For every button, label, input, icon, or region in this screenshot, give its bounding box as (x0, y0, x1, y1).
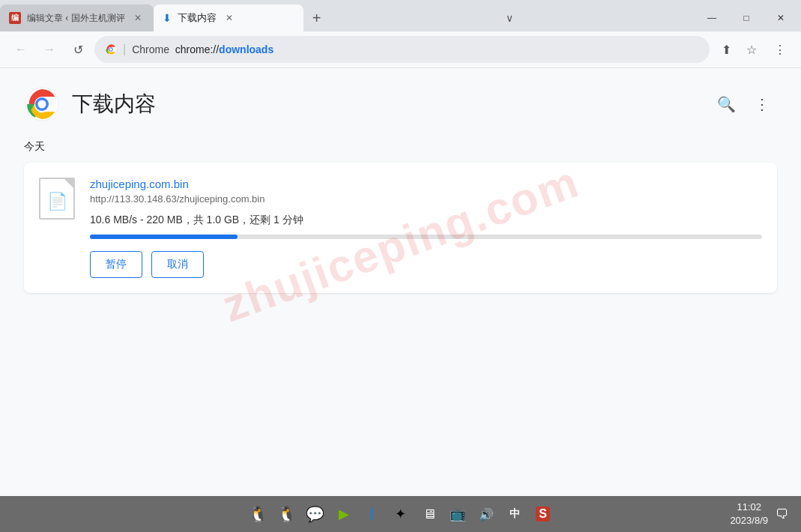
section-label: 今天 (24, 140, 777, 154)
taskbar-display[interactable]: 🖥 (419, 504, 440, 525)
address-separator: | (123, 43, 126, 56)
reload-button[interactable]: ↺ (66, 37, 90, 61)
monitor-icon: 📺 (450, 506, 466, 522)
clock: 11:02 2023/8/9 (730, 501, 768, 528)
taskbar-ime[interactable]: 中 (504, 504, 525, 525)
toolbar: ← → ↺ | Chrome chrome://downloads (0, 31, 801, 68)
taskbar-bluetooth[interactable]: ᛒ (362, 504, 383, 525)
tab-favicon: 编 (9, 12, 21, 24)
address-text: Chrome chrome://downloads (132, 43, 273, 55)
forward-button[interactable]: → (37, 37, 61, 61)
taskbar-nvidia[interactable]: ▶ (333, 504, 354, 525)
page-header-right: 🔍 ⋮ (711, 89, 777, 119)
address-protocol: chrome:// (175, 43, 219, 55)
notification-button[interactable]: 🗨 (776, 507, 789, 522)
nvidia-icon: ▶ (339, 506, 349, 522)
reload-icon: ↺ (73, 43, 83, 57)
back-icon: ← (15, 43, 27, 56)
taskbar-qq2[interactable]: 🐧 (276, 504, 297, 525)
share-button[interactable]: ⬆ (714, 37, 738, 61)
page-menu-icon: ⋮ (755, 95, 770, 113)
figma-icon: ✦ (395, 506, 406, 522)
search-icon: 🔍 (717, 95, 736, 113)
taskbar-figma[interactable]: ✦ (390, 504, 411, 525)
bookmark-icon: ☆ (746, 43, 757, 57)
close-button[interactable]: ✕ (764, 4, 798, 31)
download-url: http://113.30.148.63/zhujiceping.com.bin (90, 193, 762, 205)
taskbar-wechat[interactable]: 💬 (305, 504, 326, 525)
download-info: zhujiceping.com.bin http://113.30.148.63… (90, 178, 762, 278)
title-bar-chevron: ∨ (506, 12, 513, 24)
minimize-button[interactable]: — (695, 4, 729, 31)
forward-icon: → (43, 43, 55, 56)
taskbar-sogou[interactable]: S (533, 504, 554, 525)
window-controls: — □ ✕ (695, 4, 801, 31)
today-section: 今天 📄 zhujiceping.com.bin http://113.30.1… (24, 140, 777, 293)
bluetooth-icon: ᛒ (368, 507, 376, 522)
taskbar-right: 11:02 2023/8/9 🗨 (730, 501, 789, 528)
page-menu-button[interactable]: ⋮ (747, 89, 777, 119)
sogou-icon: S (536, 507, 550, 522)
download-filename[interactable]: zhujiceping.com.bin (90, 178, 762, 190)
share-icon: ⬆ (722, 43, 731, 57)
cancel-button[interactable]: 取消 (151, 251, 204, 278)
pause-button[interactable]: 暂停 (90, 251, 142, 278)
ime-icon: 中 (510, 507, 520, 521)
taskbar: 🐧 🐧 💬 ▶ ᛒ ✦ 🖥 📺 🔊 (0, 496, 801, 532)
notification-icon: 🗨 (776, 507, 789, 522)
browser-menu-button[interactable]: ⋮ (768, 37, 792, 61)
svg-point-5 (38, 100, 46, 109)
clock-time: 11:02 (730, 501, 768, 514)
page-header-left: 下载内容 (24, 86, 156, 122)
address-site: Chrome (132, 43, 169, 55)
page-content: zhujiceping.com 下载内容 🔍 (0, 68, 801, 496)
search-button[interactable]: 🔍 (711, 89, 741, 119)
toolbar-actions: ⬆ ☆ (714, 37, 764, 61)
chrome-icon (105, 43, 117, 55)
tab-close-inactive[interactable]: ✕ (131, 11, 145, 25)
address-separator2 (169, 43, 175, 55)
display-icon: 🖥 (423, 507, 436, 522)
page-title: 下载内容 (72, 90, 156, 118)
chrome-logo (24, 86, 60, 122)
file-icon: 📄 (39, 178, 75, 220)
address-path: downloads (219, 43, 273, 55)
tab-inactive[interactable]: 编 编辑文章 ‹ 国外主机测评 ✕ (0, 4, 154, 31)
tab-active[interactable]: ⬇ 下载内容 ✕ (154, 4, 303, 31)
file-icon-symbol: 📄 (47, 192, 67, 211)
back-button[interactable]: ← (9, 37, 33, 61)
progress-bar-container (90, 235, 762, 239)
svg-point-2 (109, 48, 112, 50)
taskbar-volume[interactable]: 🔊 (476, 504, 497, 525)
tab-inactive-label: 编辑文章 ‹ 国外主机测评 (27, 12, 125, 25)
browser-window: 编 编辑文章 ‹ 国外主机测评 ✕ ⬇ 下载内容 ✕ + ∨ — □ ✕ ← →… (0, 0, 801, 532)
new-tab-button[interactable]: + (303, 4, 330, 31)
download-tab-icon: ⬇ (163, 12, 172, 24)
address-bar[interactable]: | Chrome chrome://downloads (94, 36, 710, 63)
qq2-icon: 🐧 (277, 505, 296, 523)
taskbar-center: 🐧 🐧 💬 ▶ ᛒ ✦ 🖥 📺 🔊 (248, 504, 554, 525)
clock-date: 2023/8/9 (730, 514, 768, 528)
wechat-icon: 💬 (306, 505, 324, 523)
download-actions: 暂停 取消 (90, 251, 762, 278)
taskbar-qq1[interactable]: 🐧 (248, 504, 269, 525)
download-status: 10.6 MB/s - 220 MB，共 1.0 GB，还剩 1 分钟 (90, 214, 762, 227)
bookmark-button[interactable]: ☆ (740, 37, 764, 61)
title-bar: 编 编辑文章 ‹ 国外主机测评 ✕ ⬇ 下载内容 ✕ + ∨ — □ ✕ (0, 0, 801, 31)
download-card: 📄 zhujiceping.com.bin http://113.30.148.… (24, 163, 777, 293)
page-header: 下载内容 🔍 ⋮ (24, 86, 777, 122)
maximize-button[interactable]: □ (729, 4, 764, 31)
tab-active-label: 下载内容 (178, 11, 217, 25)
volume-icon: 🔊 (479, 507, 494, 522)
taskbar-monitor[interactable]: 📺 (447, 504, 468, 525)
browser-menu-icon: ⋮ (774, 43, 786, 57)
progress-bar-fill (90, 235, 238, 239)
tab-close-active[interactable]: ✕ (223, 11, 236, 25)
qq1-icon: 🐧 (249, 505, 267, 523)
